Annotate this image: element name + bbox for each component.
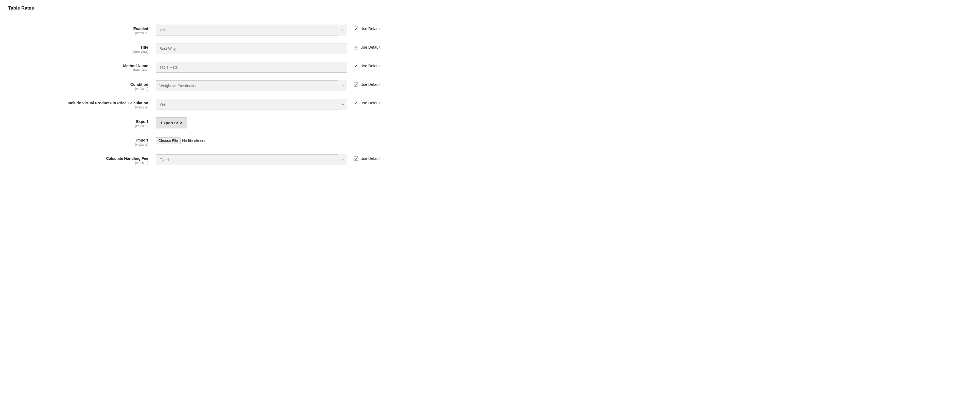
- select-virtual[interactable]: Yes: [156, 99, 347, 110]
- input-title[interactable]: Best Way: [156, 43, 347, 54]
- select-condition-value: Weight vs. Destination: [156, 80, 347, 91]
- select-condition[interactable]: Weight vs. Destination: [156, 80, 347, 91]
- label-handling: Calculate Handling Fee: [8, 156, 148, 161]
- select-virtual-value: Yes: [156, 99, 347, 110]
- scope-import: [website]: [8, 143, 148, 146]
- file-status: No file chosen: [182, 138, 207, 143]
- checkbox-use-default-condition[interactable]: [354, 82, 358, 87]
- row-method: Method Name [store view] Table Rate Use …: [8, 62, 972, 73]
- scope-export: [website]: [8, 124, 148, 128]
- label-import: Import: [8, 138, 148, 143]
- row-export: Export [website] Export CSV: [8, 117, 972, 128]
- caret-down-icon: [338, 80, 347, 91]
- scope-method: [store view]: [8, 68, 148, 72]
- row-handling: Calculate Handling Fee [website] Fixed U…: [8, 154, 972, 165]
- select-handling[interactable]: Fixed: [156, 154, 347, 165]
- section-title: Table Rates: [8, 5, 972, 11]
- scope-condition: [website]: [8, 87, 148, 91]
- checkbox-use-default-title[interactable]: [354, 45, 358, 49]
- caret-down-icon: [338, 99, 347, 110]
- label-virtual: Include Virtual Products in Price Calcul…: [8, 100, 148, 105]
- label-title: Title: [8, 45, 148, 50]
- checkbox-use-default-enabled[interactable]: [354, 27, 358, 31]
- row-virtual: Include Virtual Products in Price Calcul…: [8, 99, 972, 110]
- checkbox-use-default-method[interactable]: [354, 63, 358, 68]
- checkbox-label-use-default-handling[interactable]: Use Default: [360, 156, 380, 161]
- checkbox-label-use-default-virtual[interactable]: Use Default: [360, 101, 380, 105]
- label-method: Method Name: [8, 63, 148, 68]
- checkbox-label-use-default-method[interactable]: Use Default: [360, 63, 380, 68]
- checkbox-label-use-default-condition[interactable]: Use Default: [360, 82, 380, 87]
- label-enabled: Enabled: [8, 26, 148, 31]
- caret-down-icon: [338, 154, 347, 165]
- caret-down-icon: [338, 25, 347, 35]
- row-title: Title [store view] Best Way Use Default: [8, 43, 972, 54]
- scope-title: [store view]: [8, 50, 148, 54]
- checkbox-use-default-handling[interactable]: [354, 156, 358, 161]
- row-import: Import [website] Choose File No file cho…: [8, 136, 972, 147]
- select-handling-value: Fixed: [156, 154, 347, 165]
- row-condition: Condition [website] Weight vs. Destinati…: [8, 80, 972, 91]
- label-export: Export: [8, 119, 148, 124]
- choose-file-button[interactable]: Choose File: [156, 137, 180, 144]
- label-condition: Condition: [8, 82, 148, 87]
- scope-handling: [website]: [8, 161, 148, 165]
- scope-enabled: [website]: [8, 31, 148, 35]
- checkbox-use-default-virtual[interactable]: [354, 101, 358, 105]
- select-enabled-value: Yes: [156, 25, 347, 35]
- export-csv-button[interactable]: Export CSV: [156, 117, 187, 128]
- row-enabled: Enabled [website] Yes Use Default: [8, 25, 972, 35]
- scope-virtual: [website]: [8, 105, 148, 109]
- checkbox-label-use-default-enabled[interactable]: Use Default: [360, 27, 380, 31]
- input-method[interactable]: Table Rate: [156, 62, 347, 73]
- checkbox-label-use-default-title[interactable]: Use Default: [360, 45, 380, 49]
- select-enabled[interactable]: Yes: [156, 25, 347, 35]
